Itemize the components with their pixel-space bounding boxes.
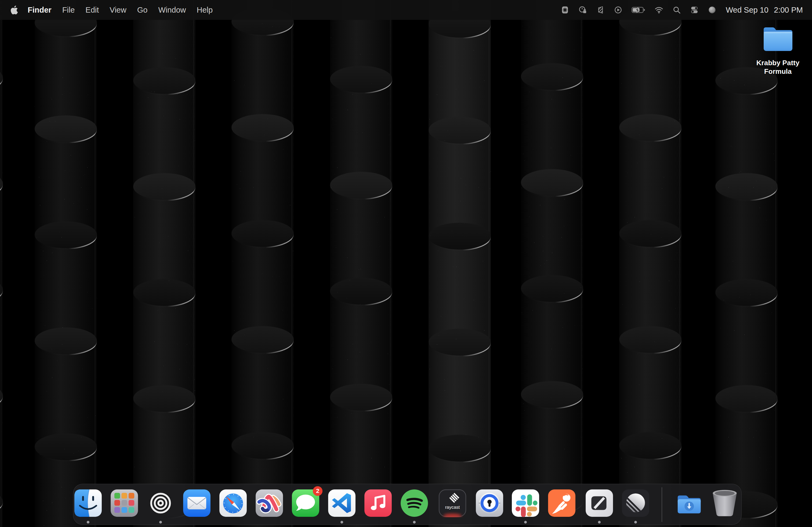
menu-window[interactable]: Window [153, 6, 191, 15]
notification-badge: 2 [313, 486, 322, 496]
dock-item-launchpad[interactable] [110, 489, 139, 517]
dock-item-slack[interactable] [511, 489, 540, 517]
folder-icon [762, 25, 794, 52]
running-indicator-dot [598, 521, 601, 524]
keystroke-app-icon[interactable] [561, 6, 569, 14]
running-indicator-dot [524, 521, 527, 524]
dock-item-vscode[interactable] [328, 489, 356, 517]
folder-label: Krabby Patty Formula [749, 59, 807, 76]
battery-charging-icon[interactable] [632, 6, 646, 14]
dock-divider [662, 487, 662, 522]
control-center-icon[interactable] [690, 6, 699, 14]
screen-lock-icon[interactable] [578, 6, 587, 14]
menu-bar: Finder File Edit View Go Window Help [0, 0, 812, 20]
menu-go[interactable]: Go [132, 6, 153, 15]
dock-item-mail[interactable] [183, 489, 211, 517]
dock-item-downloads[interactable] [674, 489, 702, 517]
svg-text:raycast: raycast [445, 505, 460, 510]
dock: 2 raycast [73, 484, 742, 525]
desktop-wallpaper [0, 0, 812, 527]
dock-item-rings-app[interactable] [146, 489, 175, 517]
menu-bar-right: Wed Sep 102:00 PM [556, 6, 812, 15]
dock-item-1password[interactable] [475, 489, 504, 517]
assistant-orb-icon[interactable] [708, 6, 716, 14]
dock-item-postman[interactable] [548, 489, 576, 517]
dock-item-apple-music[interactable] [364, 489, 392, 517]
dock-item-spotify[interactable] [400, 489, 429, 517]
dock-item-safari[interactable] [219, 489, 247, 517]
stage-hatched-icon[interactable] [596, 6, 605, 14]
menu-bar-clock[interactable]: Wed Sep 102:00 PM [726, 6, 803, 15]
menu-edit[interactable]: Edit [80, 6, 104, 15]
menu-view[interactable]: View [104, 6, 132, 15]
desktop-folder-krabby-patty[interactable]: Krabby Patty Formula [749, 25, 807, 76]
dock-item-app-window[interactable] [585, 489, 613, 517]
running-indicator-dot [634, 521, 637, 524]
wifi-icon[interactable] [655, 6, 663, 14]
dock-item-finder[interactable] [74, 489, 102, 517]
menu-help[interactable]: Help [191, 6, 218, 15]
running-indicator-dot [340, 521, 343, 524]
running-indicator-dot [413, 521, 416, 524]
dock-item-arc-browser[interactable] [255, 489, 284, 517]
running-indicator-dot [159, 521, 162, 524]
dock-item-orbstack[interactable] [621, 489, 650, 517]
spotlight-search-icon[interactable] [672, 6, 681, 14]
menu-finder[interactable]: Finder [22, 6, 57, 15]
dock-item-raycast[interactable]: raycast [438, 489, 467, 517]
now-playing-icon[interactable] [614, 6, 622, 14]
apple-menu-icon[interactable] [7, 5, 21, 15]
menu-bar-left: Finder File Edit View Go Window Help [0, 5, 218, 15]
dock-item-trash[interactable] [710, 489, 739, 517]
dock-item-messages[interactable]: 2 [291, 489, 320, 517]
running-indicator-dot [87, 521, 89, 524]
menu-file[interactable]: File [57, 6, 80, 15]
